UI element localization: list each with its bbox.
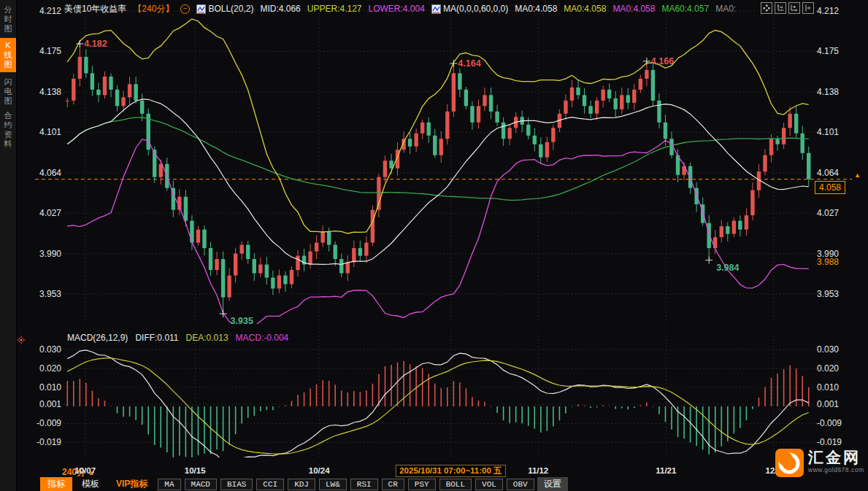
- left-sidebar: 分 时 图K 线 图闪 电 图合 约 资 料: [0, 0, 17, 491]
- ma0-white-value: MA0:4.058: [515, 4, 557, 14]
- price-tick-label: 4.027: [22, 208, 61, 218]
- price-tick-label: 4.138: [22, 87, 61, 97]
- symbol-title: 美债10年收益率: [64, 3, 126, 15]
- price-annotation: 3.984: [716, 263, 739, 273]
- toolbar-tab-psy[interactable]: PSY: [408, 479, 436, 490]
- price-tick-label: 4.175: [22, 46, 61, 56]
- axis-scale-right-icon[interactable]: [788, 2, 800, 14]
- boll-mid-value: MID:4.066: [260, 4, 300, 14]
- logo-icon: [775, 449, 804, 477]
- crosshair-date-label: 2025/10/31 07:00~11:00 五: [396, 465, 505, 477]
- price-tick-label: 4.138: [817, 87, 856, 97]
- overlay-lines: [67, 19, 808, 328]
- toolbar-tab-bias[interactable]: BIAS: [220, 479, 253, 490]
- macd-tick-label: -0.009: [817, 418, 856, 428]
- ma0-empty-value: MA0:: [715, 4, 736, 14]
- axis-scale-left-icon[interactable]: [775, 2, 786, 14]
- sidebar-tab-kline-chart[interactable]: K 线 图: [0, 38, 16, 72]
- bottom-toolbar: 指标模板VIP指标MAMACDBIASCCIKDJLW&RSICRPSYBOLL…: [16, 477, 868, 491]
- price-tick-label: 4.212: [817, 6, 856, 16]
- toolbar-tab-vip-indicator[interactable]: VIP指标: [109, 477, 155, 491]
- macd-label: MACD(26,12,9): [67, 333, 128, 343]
- x-tick-label: 11/21: [656, 466, 676, 475]
- dea-value: DEA:0.013: [186, 333, 228, 343]
- ma-label: MA(0,0,0,60,0,0): [431, 4, 508, 14]
- macd-pane-icon[interactable]: [17, 334, 26, 347]
- boll-lower-value: LOWER:4.004: [369, 4, 425, 14]
- boll-label: BOLL(20,2): [208, 4, 253, 14]
- ma0-yellow-value: MA0:4.058: [564, 4, 606, 14]
- ma60-value: MA60:4.057: [661, 4, 709, 14]
- macd-tick-label: -0.019: [22, 437, 61, 447]
- toolbar-tab-kdj[interactable]: KDJ: [288, 479, 315, 490]
- collapse-indicator-icon: −: [180, 4, 190, 14]
- price-tick-label: 3.990: [22, 249, 61, 259]
- macd-tick-label: 0.030: [22, 344, 61, 355]
- x-tick-label: 10/07: [74, 466, 96, 475]
- indicator-chart-icon: [196, 4, 206, 14]
- period-badge: 【240分】: [133, 3, 174, 15]
- macd-header: MACD(26,12,9)DIFF:0.011DEA:0.013MACD:-0.…: [67, 333, 288, 343]
- logo-text: 汇金网: [808, 449, 864, 466]
- x-tick-label: 11/12: [528, 466, 548, 475]
- toolbar-tab-cci[interactable]: CCI: [256, 479, 284, 490]
- macd-tick-label: 0.010: [22, 382, 61, 393]
- boll-lower-value: LOWER:4.004: [369, 4, 425, 14]
- boll-upper-value: UPPER:4.127: [307, 4, 362, 14]
- collapse-indicator-icon[interactable]: −: [180, 4, 190, 14]
- toolbar-tab-rsi[interactable]: RSI: [350, 479, 378, 490]
- price-tick-label: 4.175: [817, 46, 856, 56]
- price-tick-label: 4.064: [22, 168, 61, 178]
- header-tool-icons: [761, 2, 814, 14]
- toolbar-tab-obv[interactable]: OBV: [507, 479, 534, 490]
- symbol-title: 美债10年收益率: [64, 3, 126, 15]
- toolbar-tab-cr[interactable]: CR: [382, 479, 404, 490]
- main-grid: [64, 6, 822, 324]
- price-tick-label: 4.101: [817, 127, 856, 137]
- price-annotation: 4.164: [458, 58, 480, 69]
- collapse-panel-icon[interactable]: [802, 2, 814, 14]
- toolbar-tab-ma[interactable]: MA: [158, 479, 180, 490]
- price-tick-label: 4.027: [817, 208, 856, 218]
- price-annotation: 4.182: [84, 39, 107, 49]
- price-marker-icon: ▲: [854, 171, 861, 179]
- pane-grid-icon[interactable]: [761, 2, 772, 14]
- macd-tick-label: 0.001: [817, 399, 856, 409]
- sidebar-tab-contract-info[interactable]: 合 约 资 料: [0, 111, 16, 149]
- x-tick-label: 10/24: [309, 466, 330, 475]
- secondary-price-label: 3.988: [817, 257, 839, 267]
- toolbar-tab-template[interactable]: 模板: [74, 477, 107, 491]
- x-axis: 240分 ▲ 10/0710/1510/242025/10/31 07:00~1…: [0, 465, 868, 477]
- price-tick-label: 4.064: [817, 168, 856, 178]
- price-annotation: 3.935: [231, 316, 253, 326]
- ma0-yellow-value: MA0:4.058: [564, 4, 606, 14]
- toolbar-tab-vol[interactable]: VOL: [475, 479, 503, 490]
- price-tick-label: 3.953: [817, 289, 856, 299]
- period-badge: 【240分】: [133, 3, 174, 15]
- boll-label: BOLL(20,2): [196, 4, 253, 14]
- macd-tick-label: 0.020: [817, 363, 856, 374]
- site-logo: 汇金网 www.gold678.com: [775, 449, 864, 477]
- price-tick-label: 3.953: [22, 289, 61, 299]
- macd-tick-label: 0.001: [22, 399, 61, 409]
- main-chart-canvas[interactable]: 4.1823.9354.1644.1663.984: [16, 0, 868, 328]
- sidebar-tab-time-chart[interactable]: 分 时 图: [0, 5, 16, 34]
- price-annotation: 4.166: [651, 56, 674, 66]
- macd-chart-canvas[interactable]: [16, 328, 868, 463]
- ma0-white-value: MA0:4.058: [515, 4, 557, 14]
- sidebar-tab-flash-chart[interactable]: 闪 电 图: [0, 77, 16, 106]
- toolbar-tab-boll[interactable]: BOLL: [439, 479, 472, 490]
- macd-tick-label: -0.019: [817, 437, 856, 447]
- price-tick-label: 4.101: [22, 127, 61, 137]
- boll-mid-value: MID:4.066: [260, 4, 300, 14]
- macd-lines: [67, 350, 808, 463]
- macd-tick-label: -0.009: [22, 418, 61, 428]
- x-tick-label: 10/15: [185, 466, 206, 475]
- indicator-chart-icon: [431, 4, 441, 14]
- toolbar-tab-lwr[interactable]: LW&: [319, 479, 347, 490]
- toolbar-tab-indicator[interactable]: 指标: [40, 477, 72, 491]
- toolbar-tab-macd[interactable]: MACD: [185, 479, 217, 490]
- toolbar-tab-settings[interactable]: 设置: [537, 477, 568, 491]
- boll-upper-value: UPPER:4.127: [307, 4, 362, 14]
- diff-value: DIFF:0.011: [135, 333, 178, 343]
